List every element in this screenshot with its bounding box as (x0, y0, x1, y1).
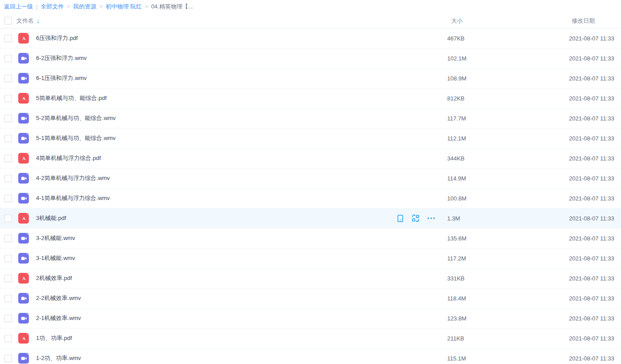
file-name[interactable]: 5简单机械与功、能综合.pdf (36, 94, 107, 102)
row-checkbox[interactable] (4, 95, 12, 102)
table-row[interactable]: 2机械效率.pdf (0, 268, 621, 288)
file-name[interactable]: 1功、功率.pdf (36, 334, 72, 342)
file-name[interactable]: 3机械能.pdf (36, 214, 66, 222)
breadcrumb-arrow: > (145, 4, 148, 10)
file-name[interactable]: 3-2机械能.wmv (36, 234, 75, 242)
file-modified: 2021-08-07 11:33 (569, 155, 621, 162)
table-row[interactable]: 3-1机械能.wmv (0, 248, 621, 268)
breadcrumb-link[interactable]: 初中物理 阮红 (105, 3, 142, 11)
file-modified: 2021-08-07 11:33 (569, 355, 621, 362)
row-checkbox[interactable] (4, 355, 12, 362)
file-name[interactable]: 5-1简单机械与功、能综合.wmv (36, 134, 116, 142)
select-all-checkbox[interactable] (4, 17, 12, 24)
table-row[interactable]: 3-2机械能.wmv (0, 228, 621, 248)
row-checkbox[interactable] (4, 315, 12, 322)
table-row[interactable]: 6-1压强和浮力.wmv (0, 68, 621, 88)
row-checkbox[interactable] (4, 75, 12, 82)
file-modified: 2021-08-07 11:33 (569, 115, 621, 122)
row-checkbox[interactable] (4, 335, 12, 342)
row-checkbox[interactable] (4, 255, 12, 262)
file-name[interactable]: 6-1压强和浮力.wmv (36, 74, 87, 82)
table-row[interactable]: 4-2简单机械与浮力综合.wmv (0, 168, 621, 188)
table-row[interactable]: 5-2简单机械与功、能综合.wmv (0, 108, 621, 128)
file-type-badge (18, 113, 29, 124)
file-name[interactable]: 6-2压强和浮力.wmv (36, 54, 87, 62)
file-modified: 2021-08-07 11:33 (569, 35, 621, 42)
row-checkbox[interactable] (4, 275, 12, 282)
column-header-modified[interactable]: 修改日期 (569, 16, 621, 25)
file-modified: 2021-08-07 11:33 (569, 315, 621, 322)
file-modified: 2021-08-07 11:33 (569, 95, 621, 102)
row-checkbox[interactable] (4, 175, 12, 182)
folded-corner (26, 253, 29, 256)
row-checkbox[interactable] (4, 295, 12, 302)
folded-corner (26, 133, 29, 136)
breadcrumb-arrow: > (67, 4, 70, 10)
transfer-icon[interactable] (411, 214, 420, 223)
file-size: 108.9M (447, 75, 569, 82)
file-size: 102.1M (447, 55, 569, 62)
table-row[interactable]: 4简单机械与浮力综合.pdf (0, 148, 621, 168)
breadcrumb-link[interactable]: 我的资源 (73, 3, 96, 11)
row-checkbox[interactable] (4, 135, 12, 142)
row-checkbox[interactable] (4, 195, 12, 202)
file-size: 812KB (447, 95, 569, 102)
folded-corner (26, 93, 29, 96)
file-name[interactable]: 2机械效率.pdf (36, 274, 72, 282)
file-name[interactable]: 6压强和浮力.pdf (36, 34, 78, 42)
breadcrumb-pipe-separator: | (36, 4, 37, 10)
breadcrumb-back-link[interactable]: 返回上一级 (4, 3, 33, 11)
file-name[interactable]: 2-2机械效率.wmv (36, 294, 81, 302)
file-size: 344KB (447, 155, 569, 162)
column-label-name[interactable]: 文件名 (16, 17, 34, 25)
file-modified: 2021-08-07 11:33 (569, 175, 621, 182)
file-name[interactable]: 3-1机械能.wmv (36, 254, 75, 262)
table-row[interactable]: 6-2压强和浮力.wmv (0, 48, 621, 68)
table-row[interactable]: 6压强和浮力.pdf (0, 28, 621, 48)
table-row[interactable]: 2-2机械效率.wmv (0, 288, 621, 308)
file-name[interactable]: 4-2简单机械与浮力综合.wmv (36, 174, 110, 182)
file-modified: 2021-08-07 11:33 (569, 55, 621, 62)
row-checkbox[interactable] (4, 55, 12, 62)
folded-corner (26, 273, 29, 276)
row-checkbox[interactable] (4, 215, 12, 222)
folded-corner (26, 333, 29, 336)
file-type-badge (18, 273, 29, 284)
column-label-modified: 修改日期 (572, 17, 595, 24)
column-header-size[interactable]: 大小 (447, 16, 569, 25)
file-name[interactable]: 4-1简单机械与浮力综合.wmv (36, 194, 110, 202)
folded-corner (26, 33, 29, 36)
save-to-device-icon[interactable] (396, 214, 405, 223)
row-checkbox[interactable] (4, 35, 12, 42)
table-row[interactable]: 1-2功、功率.wmv (0, 348, 621, 364)
file-type-badge (18, 233, 29, 244)
breadcrumb-link[interactable]: 全部文件 (40, 3, 64, 11)
file-type-badge (18, 253, 29, 264)
table-row[interactable]: 4-1简单机械与浮力综合.wmv (0, 188, 621, 208)
table-row[interactable]: 1功、功率.pdf (0, 328, 621, 348)
breadcrumb-items: 全部文件>我的资源>初中物理 阮红>04.精英物理【... (40, 3, 193, 11)
folded-corner (26, 193, 29, 196)
file-name[interactable]: 5-2简单机械与功、能综合.wmv (36, 114, 116, 122)
row-checkbox[interactable] (4, 115, 12, 122)
row-checkbox[interactable] (4, 155, 12, 162)
file-type-badge (18, 93, 29, 104)
table-row[interactable]: 3机械能.pdf (0, 208, 621, 228)
file-size: 115.1M (447, 355, 569, 362)
file-modified: 2021-08-07 11:33 (569, 75, 621, 82)
folded-corner (26, 53, 29, 56)
column-label-size: 大小 (451, 17, 463, 24)
table-row[interactable]: 5简单机械与功、能综合.pdf (0, 88, 621, 108)
more-icon[interactable] (427, 214, 436, 223)
file-name[interactable]: 1-2功、功率.wmv (36, 354, 81, 362)
row-checkbox[interactable] (4, 235, 12, 242)
file-name[interactable]: 4简单机械与浮力综合.pdf (36, 154, 101, 162)
table-row[interactable]: 5-1简单机械与功、能综合.wmv (0, 128, 621, 148)
sort-descending-icon[interactable]: ↓ (36, 17, 40, 24)
file-size: 211KB (447, 335, 569, 342)
table-row[interactable]: 2-1机械效率.wmv (0, 308, 621, 328)
file-name[interactable]: 2-1机械效率.wmv (36, 314, 81, 322)
folded-corner (26, 233, 29, 236)
table-header-row: 文件名 ↓ 大小 修改日期 (0, 13, 621, 28)
file-modified: 2021-08-07 11:33 (569, 215, 621, 222)
